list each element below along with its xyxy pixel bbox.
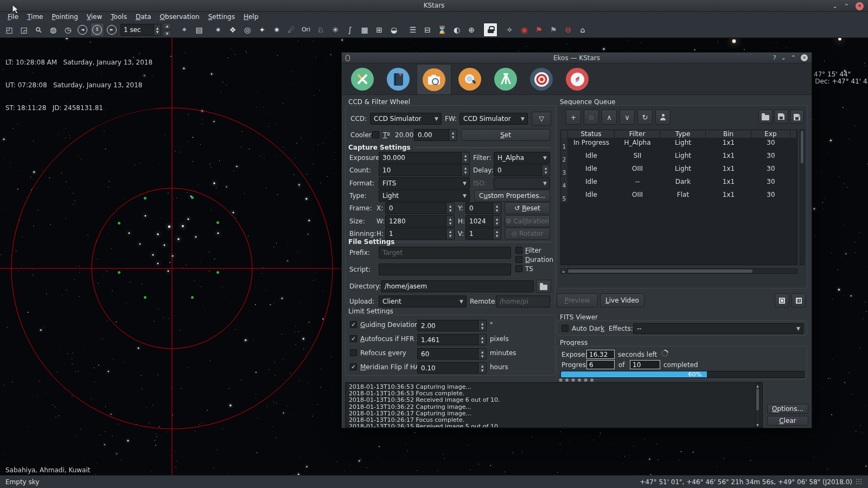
scroll-left-icon[interactable]: ◄ (560, 268, 566, 274)
sky-object-marker[interactable] (144, 296, 146, 299)
tab-capture[interactable] (417, 64, 451, 94)
toggle-constellation-names-icon[interactable]: Ori (299, 23, 313, 37)
spin-buttons[interactable]: ▲▼ (493, 216, 501, 227)
open-sequence-button[interactable] (758, 110, 773, 124)
lock-position-icon[interactable] (483, 23, 497, 37)
menu-view[interactable]: View (82, 12, 106, 21)
ekos-maximize-icon[interactable]: ⌃ (791, 54, 796, 61)
ekos-close-icon[interactable]: ✕ (801, 54, 808, 61)
filter-select[interactable]: H_Alpha▼ (494, 152, 550, 164)
abort-icon[interactable]: ⊖ (561, 23, 575, 37)
sky-object-marker[interactable] (118, 222, 120, 224)
find-object-icon[interactable]: ⚲ (31, 23, 46, 37)
capture-record-icon[interactable]: ◉ (517, 23, 531, 37)
directory-input[interactable]: /home/jasem (381, 280, 534, 292)
ekos-titlebar[interactable]: Ekos — KStars ? ⌄ ⌃ ✕ (342, 53, 812, 63)
splitter-handle[interactable]: ● ● ● ● ● ● (342, 378, 812, 382)
add-job-button[interactable]: + (566, 110, 581, 125)
sky-object-marker[interactable] (191, 196, 194, 199)
save-sequence-button[interactable] (774, 110, 788, 124)
spin-buttons[interactable]: ▲▼ (478, 363, 486, 373)
toggle-horizon-icon[interactable]: ◒ (387, 23, 401, 37)
sky-object-marker[interactable] (144, 197, 146, 200)
ts-suffix-checkbox[interactable] (515, 265, 522, 272)
spin-buttons[interactable]: ▲▼ (493, 203, 501, 214)
queue-guide-button[interactable] (655, 110, 671, 125)
menu-tools[interactable]: Tools (106, 12, 131, 21)
spin-buttons[interactable]: ▲▼ (478, 320, 486, 331)
time-info-box[interactable]: LT: 10:28:08 AM Saturday, January 13, 20… (2, 42, 156, 128)
stop-button[interactable] (775, 293, 789, 307)
toggle-satellites-icon[interactable]: ✷ (270, 23, 284, 37)
type-select[interactable]: Light▼ (379, 190, 470, 202)
toggle-milky-way-icon[interactable]: ∫ (343, 23, 357, 37)
timestep-step-buttons[interactable]: ▲▼ (163, 23, 171, 37)
column-header-filter[interactable]: Filter (615, 130, 660, 138)
night-vision-icon[interactable]: ◐ (450, 23, 464, 37)
toggle-constellation-boundaries-icon[interactable]: ▦ (358, 23, 372, 37)
ekos-minimize-icon[interactable]: ⌄ (781, 54, 786, 61)
chevron-down-icon[interactable]: ▼ (794, 326, 803, 331)
move-job-up-button[interactable]: ∧ (602, 110, 617, 125)
table-row[interactable]: 2IdleSIILight1x130 (561, 151, 797, 164)
tab-align[interactable] (560, 64, 595, 94)
toggle-constellation-lines-icon[interactable]: ✳ (328, 23, 342, 37)
tab-setup[interactable] (345, 64, 380, 94)
browse-directory-button[interactable] (536, 280, 551, 293)
spin-buttons[interactable]: ▲▼ (446, 203, 454, 214)
spin-buttons[interactable]: ▲▼ (449, 130, 457, 140)
observatory-icon[interactable]: ⌂ (576, 23, 590, 37)
size-h-spinbox[interactable]: 1024▲▼ (465, 215, 501, 227)
log-vscrollbar[interactable]: ▲ ▼ (755, 383, 760, 427)
sequence-hscrollbar[interactable] (567, 268, 797, 274)
size-w-spinbox[interactable]: 1280▲▼ (385, 215, 455, 227)
column-header-status[interactable]: Status (568, 130, 615, 138)
reset-jobs-button[interactable]: ↻ (637, 110, 653, 125)
chevron-down-icon[interactable]: ▼ (460, 181, 469, 186)
menu-help[interactable]: Help (239, 12, 263, 21)
custom-properties-button[interactable]: Custom Properties... (474, 190, 550, 202)
maximize-icon[interactable]: ⌃ (844, 2, 849, 10)
tab-focus[interactable] (452, 64, 487, 94)
column-header-type[interactable]: Type (660, 130, 706, 138)
limit-checkbox-2[interactable] (350, 349, 357, 356)
toggle-stars-icon[interactable]: ✶ (211, 23, 225, 37)
sky-object-marker[interactable] (216, 221, 219, 224)
spin-buttons[interactable]: ▲▼ (461, 152, 469, 163)
main-titlebar[interactable]: KStars ⌄ ⌃ ✕ (0, 0, 868, 12)
chevron-down-icon[interactable]: ▼ (540, 155, 550, 160)
spin-buttons[interactable]: ▲▼ (478, 349, 486, 359)
delay-spinbox[interactable]: 0▲▼ (494, 164, 550, 176)
indi-control-panel-icon[interactable]: ⌛ (435, 23, 449, 37)
limit-spinbox-3[interactable]: 0.10▲▼ (417, 362, 487, 374)
spin-buttons[interactable]: ▲▼ (541, 165, 550, 176)
format-select[interactable]: FITS▼ (379, 177, 470, 189)
scroll-down-icon[interactable]: ▼ (756, 422, 760, 427)
spin-buttons[interactable]: ▲▼ (446, 216, 454, 227)
frame-x-spinbox[interactable]: 0▲▼ (385, 202, 455, 214)
menu-settings[interactable]: Settings (204, 12, 239, 21)
column-header-bin[interactable]: Bin (706, 130, 751, 138)
menu-observation[interactable]: Observation (156, 12, 204, 21)
limit-spinbox-2[interactable]: 60▲▼ (417, 348, 487, 359)
tab-guide[interactable] (524, 64, 559, 94)
limit-checkbox-3[interactable]: ✓ (350, 363, 357, 370)
set-temp-button[interactable]: Set (461, 129, 550, 141)
toggle-deep-sky-objects-icon[interactable]: ❖ (226, 23, 240, 37)
clear-button[interactable]: Clear (767, 416, 808, 426)
timestep-value[interactable]: 1 sec (120, 24, 154, 36)
toggle-equatorial-grid-icon[interactable]: ⊞ (372, 23, 386, 37)
move-job-down-button[interactable]: ∨ (620, 110, 635, 125)
toggle-constellation-art-icon[interactable]: ♘ (314, 23, 328, 37)
exposure-spinbox[interactable]: 30.000▲▼ (379, 152, 470, 164)
temp-target-spinbox[interactable]: 0.00▲▼ (414, 129, 457, 141)
reset-frame-button[interactable]: ↺Reset (505, 202, 550, 214)
options-button[interactable]: Options... (767, 404, 808, 414)
auto-dark-checkbox[interactable] (561, 325, 569, 332)
table-row[interactable]: 4Idle--Dark1x130 (561, 177, 797, 190)
observation-flag-gray-icon[interactable]: ⚑ (546, 23, 560, 37)
effects-select[interactable]: --▼ (633, 323, 803, 334)
close-icon[interactable]: ✕ (856, 2, 864, 10)
sky-image-icon[interactable]: ▤ (192, 23, 206, 37)
prefix-input[interactable]: Target (379, 247, 511, 259)
